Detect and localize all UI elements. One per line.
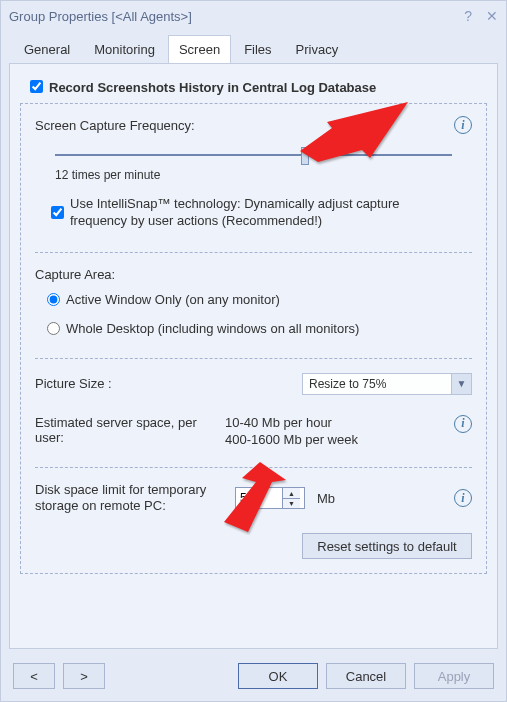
- svg-marker-1: [224, 462, 286, 532]
- area-active-label: Active Window Only (on any monitor): [66, 292, 280, 307]
- picture-select[interactable]: Resize to 75% ▼: [302, 373, 472, 395]
- info-icon[interactable]: i: [454, 116, 472, 134]
- freq-value: 12 times per minute: [55, 168, 160, 182]
- freq-label: Screen Capture Frequency:: [35, 118, 195, 133]
- intellisnap-checkbox[interactable]: [51, 206, 64, 219]
- tab-monitoring[interactable]: Monitoring: [83, 35, 166, 63]
- intellisnap-label: Use IntelliSnap™ technology: Dynamically…: [70, 196, 410, 230]
- svg-marker-0: [300, 102, 408, 162]
- options-group: Screen Capture Frequency: i 12 times per…: [20, 103, 487, 574]
- area-whole-label: Whole Desktop (including windows on all …: [66, 321, 359, 336]
- ok-button[interactable]: OK: [238, 663, 318, 689]
- prev-button[interactable]: <: [13, 663, 55, 689]
- record-checkbox[interactable]: [30, 80, 43, 93]
- annotation-arrow-icon: [298, 98, 418, 162]
- area-whole-radio[interactable]: [47, 322, 60, 335]
- tab-general[interactable]: General: [13, 35, 81, 63]
- apply-button[interactable]: Apply: [414, 663, 494, 689]
- tab-privacy[interactable]: Privacy: [285, 35, 350, 63]
- tab-files[interactable]: Files: [233, 35, 282, 63]
- titlebar: Group Properties [<All Agents>] ? ✕: [1, 1, 506, 31]
- info-icon[interactable]: i: [454, 489, 472, 507]
- picture-label: Picture Size :: [35, 376, 112, 391]
- next-button[interactable]: >: [63, 663, 105, 689]
- window-title: Group Properties [<All Agents>]: [9, 9, 464, 24]
- close-icon[interactable]: ✕: [486, 8, 498, 24]
- estimate-value: 10-40 Mb per hour 400-1600 Mb per week: [225, 415, 454, 449]
- annotation-arrow-icon: [196, 462, 296, 532]
- info-icon[interactable]: i: [454, 415, 472, 433]
- cancel-button[interactable]: Cancel: [326, 663, 406, 689]
- area-label: Capture Area:: [35, 267, 115, 282]
- picture-select-value: Resize to 75%: [303, 377, 451, 391]
- tab-screen[interactable]: Screen: [168, 35, 231, 63]
- tab-content: Record Screenshots History in Central Lo…: [9, 63, 498, 649]
- chevron-down-icon[interactable]: ▼: [451, 374, 471, 394]
- estimate-label: Estimated server space, per user:: [35, 415, 225, 445]
- help-icon[interactable]: ?: [464, 8, 472, 24]
- area-active-radio[interactable]: [47, 293, 60, 306]
- tab-bar: General Monitoring Screen Files Privacy: [1, 31, 506, 63]
- bottom-bar: < > OK Cancel Apply: [1, 657, 506, 701]
- reset-button[interactable]: Reset settings to default: [302, 533, 472, 559]
- disk-unit: Mb: [317, 491, 335, 506]
- record-label: Record Screenshots History in Central Lo…: [49, 80, 376, 95]
